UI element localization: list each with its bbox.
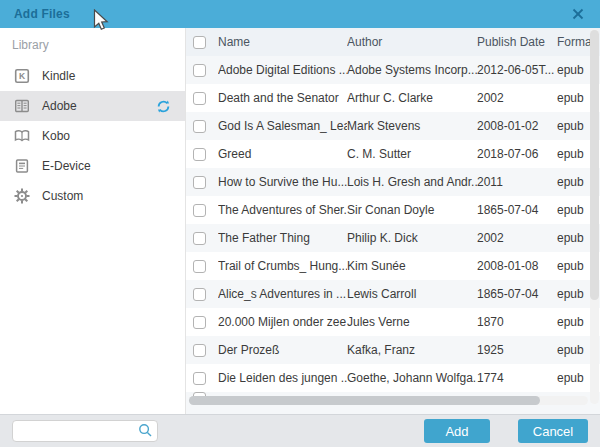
table-row[interactable]: The Adventures of Sher... Sir Conan Doyl…: [186, 196, 600, 224]
cell-name: 20.000 Mijlen onder zee: [218, 315, 347, 329]
cell-author: Lois H. Gresh and Andr...: [347, 175, 477, 189]
sidebar-items: K Kindle Adobe Kobo E-Device Custom: [0, 61, 185, 211]
row-checkbox[interactable]: [193, 176, 206, 189]
cell-author: Arthur C. Clarke: [347, 91, 477, 105]
row-checkbox[interactable]: [193, 316, 206, 329]
sidebar-item-label: Custom: [42, 189, 83, 203]
dialog-title: Add Files: [14, 7, 70, 21]
cell-author: Lewis Carroll: [347, 287, 477, 301]
table-row[interactable]: Der Prozeß Kafka, Franz 1925 epub: [186, 336, 600, 364]
adobe-icon: [14, 98, 30, 114]
horizontal-scrollbar[interactable]: [189, 396, 588, 405]
table-row[interactable]: Alice_s Adventures in ... Lewis Carroll …: [186, 280, 600, 308]
kindle-icon: K: [14, 68, 30, 84]
cell-publish-date: 1865-07-04: [477, 287, 557, 301]
cell-publish-date: 2012-06-05T...: [477, 63, 557, 77]
row-checkbox[interactable]: [193, 120, 206, 133]
cell-publish-date: 1870: [477, 315, 557, 329]
custom-icon: [14, 188, 30, 204]
sidebar-item-e-device[interactable]: E-Device: [0, 151, 185, 181]
sidebar-item-custom[interactable]: Custom: [0, 181, 185, 211]
table-row[interactable]: How to Survive the Hu... Lois H. Gresh a…: [186, 168, 600, 196]
cell-author: C. M. Sutter: [347, 147, 477, 161]
horizontal-scrollbar-thumb[interactable]: [189, 396, 540, 405]
cell-author: Kim Sunée: [347, 259, 477, 273]
add-files-dialog: Add Files Library K Kindle Adobe Kobo E-…: [0, 0, 600, 447]
table-row[interactable]: The Father Thing Philip K. Dick 2002 epu…: [186, 224, 600, 252]
cell-publish-date: 2002: [477, 91, 557, 105]
sidebar-item-label: Kindle: [42, 69, 75, 83]
cell-publish-date: 1865-07-04: [477, 203, 557, 217]
table-rows: Adobe Digital Editions ... Adobe Systems…: [186, 56, 600, 414]
footer-bar: Add Cancel: [0, 414, 600, 447]
select-all-checkbox[interactable]: [193, 36, 206, 49]
search-box: [12, 420, 158, 442]
sidebar-item-kobo[interactable]: Kobo: [0, 121, 185, 151]
cell-author: Jules Verne: [347, 315, 477, 329]
column-header-name[interactable]: Name: [218, 35, 347, 49]
table-row[interactable]: Greed C. M. Sutter 2018-07-06 epub: [186, 140, 600, 168]
table-row[interactable]: Trail of Crumbs_ Hung... Kim Sunée 2008-…: [186, 252, 600, 280]
cell-name: How to Survive the Hu...: [218, 175, 347, 189]
cell-author: Adobe Systems Incorp...: [347, 63, 477, 77]
cell-name: Trail of Crumbs_ Hung...: [218, 259, 347, 273]
cell-name: God Is A Salesman_ Lea...: [218, 119, 347, 133]
cell-publish-date: 2008-01-02: [477, 119, 557, 133]
cell-publish-date: 2011: [477, 175, 557, 189]
cell-name: Adobe Digital Editions ...: [218, 63, 347, 77]
kobo-icon: [14, 128, 30, 144]
svg-text:K: K: [19, 71, 26, 81]
table-row[interactable]: God Is A Salesman_ Lea... Mark Stevens 2…: [186, 112, 600, 140]
cell-publish-date: 2008-01-08: [477, 259, 557, 273]
cell-publish-date: 1774: [477, 371, 557, 385]
table-row[interactable]: Adobe Digital Editions ... Adobe Systems…: [186, 56, 600, 84]
cell-name: The Father Thing: [218, 231, 347, 245]
cell-name: Die Leiden des jungen ...: [218, 371, 347, 385]
cell-author: Mark Stevens: [347, 119, 477, 133]
row-checkbox[interactable]: [193, 372, 206, 385]
add-button[interactable]: Add: [424, 419, 490, 443]
sidebar-item-label: E-Device: [42, 159, 91, 173]
e-device-icon: [14, 158, 30, 174]
cell-name: Der Prozeß: [218, 343, 347, 357]
sidebar-item-adobe[interactable]: Adobe: [0, 91, 185, 121]
cell-publish-date: 1925: [477, 343, 557, 357]
cell-author: Philip K. Dick: [347, 231, 477, 245]
row-checkbox[interactable]: [193, 344, 206, 357]
dialog-body: Library K Kindle Adobe Kobo E-Device Cus…: [0, 28, 600, 414]
file-table: Name Author Publish Date Format Adobe Di…: [186, 28, 600, 414]
magnifier-icon: [138, 423, 153, 442]
search-input[interactable]: [12, 420, 158, 442]
row-checkbox[interactable]: [193, 260, 206, 273]
vertical-scrollbar[interactable]: [590, 29, 599, 404]
table-row[interactable]: Death and the Senator Arthur C. Clarke 2…: [186, 84, 600, 112]
refresh-icon[interactable]: [156, 99, 171, 114]
cell-name: Alice_s Adventures in ...: [218, 287, 347, 301]
table-row[interactable]: 20.000 Mijlen onder zee Jules Verne 1870…: [186, 308, 600, 336]
row-checkbox[interactable]: [193, 64, 206, 77]
row-checkbox[interactable]: [193, 232, 206, 245]
column-header-publish-date[interactable]: Publish Date: [477, 35, 557, 49]
title-bar: Add Files: [0, 0, 600, 28]
library-sidebar: Library K Kindle Adobe Kobo E-Device Cus…: [0, 28, 186, 414]
cell-publish-date: 2002: [477, 231, 557, 245]
row-checkbox[interactable]: [193, 288, 206, 301]
sidebar-item-kindle[interactable]: K Kindle: [0, 61, 185, 91]
cell-name: Death and the Senator: [218, 91, 347, 105]
row-checkbox[interactable]: [193, 92, 206, 105]
row-checkbox[interactable]: [193, 148, 206, 161]
table-row[interactable]: Die Leiden des jungen ... Goethe, Johann…: [186, 364, 600, 392]
cell-author: Sir Conan Doyle: [347, 203, 477, 217]
cell-author: Goethe, Johann Wolfga...: [347, 371, 477, 385]
cell-author: Kafka, Franz: [347, 343, 477, 357]
cancel-button[interactable]: Cancel: [518, 419, 588, 443]
vertical-scrollbar-thumb[interactable]: [590, 30, 599, 300]
close-button[interactable]: [570, 6, 586, 22]
close-icon: [572, 8, 584, 20]
cell-publish-date: 2018-07-06: [477, 147, 557, 161]
column-header-author[interactable]: Author: [347, 35, 477, 49]
cell-name: Greed: [218, 147, 347, 161]
table-header: Name Author Publish Date Format: [186, 28, 600, 56]
row-checkbox[interactable]: [193, 204, 206, 217]
sidebar-header: Library: [0, 28, 185, 61]
